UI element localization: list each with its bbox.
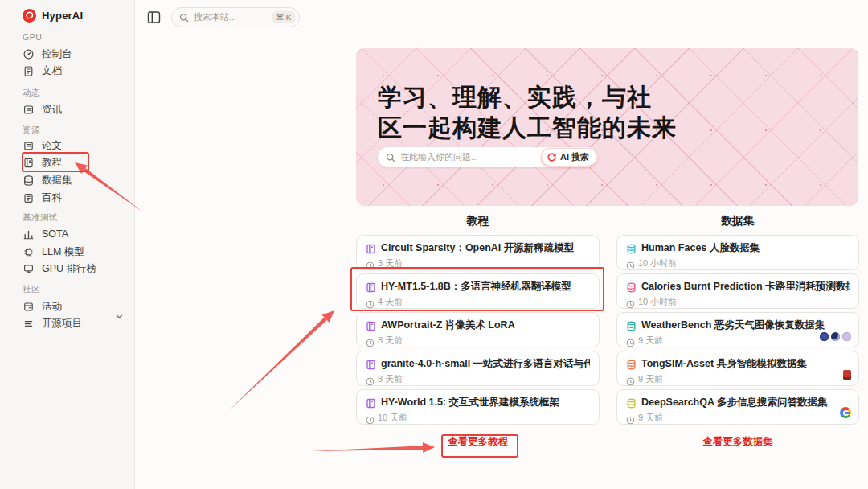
ai-refresh-icon (547, 152, 557, 162)
clock-icon (366, 375, 375, 384)
clock-icon (626, 336, 635, 345)
wiki-icon (23, 192, 35, 204)
sidebar-section-resources: 资源 (23, 122, 40, 138)
sidebar-section-gpu: GPU (23, 29, 42, 45)
sidebar-item-sota[interactable]: SOTA (23, 226, 68, 242)
sidebar-item-opensource[interactable]: 开源项目 (23, 315, 82, 331)
hyperai-homepage: HyperAI GPU 控制台 文档 动态 资讯 资源 论文 教程 数据集 (0, 0, 868, 489)
sidebar-item-label: 控制台 (42, 47, 72, 61)
sidebar-item-datasets[interactable]: 数据集 (23, 172, 72, 188)
site-search-input[interactable]: 搜索本站... ⌘ K (171, 7, 300, 27)
keyboard-shortcut-badge: ⌘ K (272, 11, 295, 23)
sidebar-section-dynamics: 动态 (23, 85, 40, 101)
ai-search-button[interactable]: AI 搜索 (542, 149, 596, 166)
card-time: 10 天前 (378, 412, 407, 424)
dataset-card[interactable]: DeepSearchQA 多步信息搜索问答数据集 9 天前 (616, 389, 859, 425)
clock-icon (626, 375, 635, 384)
card-title: DeepSearchQA 多步信息搜索问答数据集 (641, 396, 828, 409)
hero-title: 学习、理解、实践，与社区一起构建人工智能的未来 (378, 82, 677, 143)
card-time: 4 天前 (378, 296, 403, 308)
database-icon (626, 243, 637, 253)
database-icon (626, 281, 637, 292)
sidebar-item-label: 活动 (42, 300, 62, 314)
opensource-icon (23, 318, 35, 330)
tutorial-card[interactable]: granite-4.0-h-small 一站式进行多语言对话与代码任务 8 天前 (356, 351, 600, 386)
brand-logo[interactable]: HyperAI (23, 9, 83, 23)
card-title: Calories Burnt Prediction 卡路里消耗预测数据集 (641, 280, 850, 294)
sidebar-item-tutorials[interactable]: 教程 (23, 154, 62, 171)
card-title: HY-World 1.5: 交互式世界建模系统框架 (381, 396, 559, 409)
dataset-card[interactable]: WeatherBench 恶劣天气图像恢复数据集 9 天前 (616, 312, 859, 347)
card-title: Circuit Sparsity：OpenAI 开源新稀疏模型 (381, 241, 574, 255)
card-time: 8 天前 (378, 335, 403, 347)
sidebar-item-news[interactable]: 资讯 (23, 101, 62, 117)
dataset-card[interactable]: Human Faces 人脸数据集 10 小时前 (616, 235, 859, 270)
tutorial-card[interactable]: AWPortrait-Z 肖像美术 LoRA 8 天前 (356, 312, 600, 347)
datasets-icon (23, 175, 35, 187)
tutorial-card[interactable]: HY-MT1.5-1.8B：多语言神经机器翻译模型 4 天前 (356, 273, 600, 309)
clock-icon (366, 336, 375, 345)
more-tutorials-link[interactable]: 查看更多教程 (356, 435, 600, 449)
sidebar-item-label: 开源项目 (42, 317, 82, 331)
sidebar-toggle-icon[interactable] (146, 10, 162, 25)
card-badges (843, 370, 851, 380)
sidebar-section-community: 社区 (23, 281, 40, 298)
clock-icon (626, 298, 635, 306)
search-icon (386, 153, 395, 162)
clock-icon (366, 259, 375, 268)
hyperai-logo-icon (23, 9, 36, 23)
card-time: 9 天前 (638, 373, 663, 385)
sidebar-item-docs[interactable]: 文档 (23, 63, 62, 79)
console-icon (23, 48, 35, 60)
card-title: WeatherBench 恶劣天气图像恢复数据集 (641, 318, 825, 332)
sidebar-item-label: LLM 模型 (42, 245, 84, 259)
llm-icon (23, 246, 35, 258)
sidebar-item-label: 数据集 (42, 174, 72, 187)
red-seal-icon (843, 370, 851, 380)
sidebar-item-label: 百科 (42, 191, 62, 205)
tutorials-icon (23, 157, 35, 169)
sidebar-item-gpu-leaderboard[interactable]: GPU 排行榜 (23, 261, 96, 277)
sidebar-item-label: 文档 (42, 64, 62, 78)
more-datasets-link[interactable]: 查看更多数据集 (616, 435, 859, 449)
card-title: granite-4.0-h-small 一站式进行多语言对话与代码任务 (381, 357, 590, 371)
docs-icon (23, 65, 35, 77)
clock-icon (366, 298, 375, 306)
card-time: 9 天前 (638, 335, 663, 347)
card-badges (840, 407, 851, 418)
tutorial-card[interactable]: HY-World 1.5: 交互式世界建模系统框架 10 天前 (356, 389, 600, 425)
ai-question-input[interactable]: 在此输入你的问题... AI 搜索 (378, 147, 598, 167)
events-icon (23, 301, 35, 313)
news-icon (23, 104, 35, 116)
clock-icon (626, 259, 635, 268)
sidebar-item-llm-models[interactable]: LLM 模型 (23, 244, 84, 260)
dataset-card[interactable]: Calories Burnt Prediction 卡路里消耗预测数据集 10 … (616, 273, 859, 309)
avatar-lavender-icon (842, 332, 851, 341)
site-search-placeholder: 搜索本站... (194, 11, 272, 23)
card-time: 3 天前 (378, 257, 403, 269)
card-time: 8 天前 (378, 373, 403, 385)
chevron-down-icon[interactable] (114, 310, 125, 321)
tutorials-heading: 教程 (356, 214, 600, 228)
book-icon (366, 281, 376, 292)
sidebar-item-console[interactable]: 控制台 (23, 46, 72, 62)
sidebar-item-label: SOTA (42, 228, 68, 240)
papers-icon (23, 140, 35, 152)
sidebar-item-wiki[interactable]: 百科 (23, 190, 62, 206)
sidebar-item-events[interactable]: 活动 (23, 298, 62, 314)
brand-name: HyperAI (42, 10, 83, 22)
main-content: 搜索本站... ⌘ K 学习、理解、实践，与社区一起构建人工智能的未来 在此输入… (135, 0, 868, 489)
topbar: 搜索本站... ⌘ K (135, 0, 868, 35)
database-icon (626, 320, 637, 331)
card-title: HY-MT1.5-1.8B：多语言神经机器翻译模型 (381, 280, 571, 294)
sidebar-item-papers[interactable]: 论文 (23, 138, 62, 154)
ai-search-label: AI 搜索 (560, 151, 589, 163)
tutorial-card[interactable]: Circuit Sparsity：OpenAI 开源新稀疏模型 3 天前 (356, 235, 600, 270)
book-icon (366, 243, 376, 253)
sidebar-item-label: GPU 排行榜 (42, 262, 96, 276)
ai-question-placeholder: 在此输入你的问题... (400, 151, 542, 163)
google-g-icon (840, 407, 851, 418)
datasets-heading: 数据集 (616, 214, 859, 228)
dataset-card[interactable]: TongSIM-Asset 具身智能模拟数据集 9 天前 (616, 351, 859, 386)
card-title: AWPortrait-Z 肖像美术 LoRA (381, 318, 515, 332)
